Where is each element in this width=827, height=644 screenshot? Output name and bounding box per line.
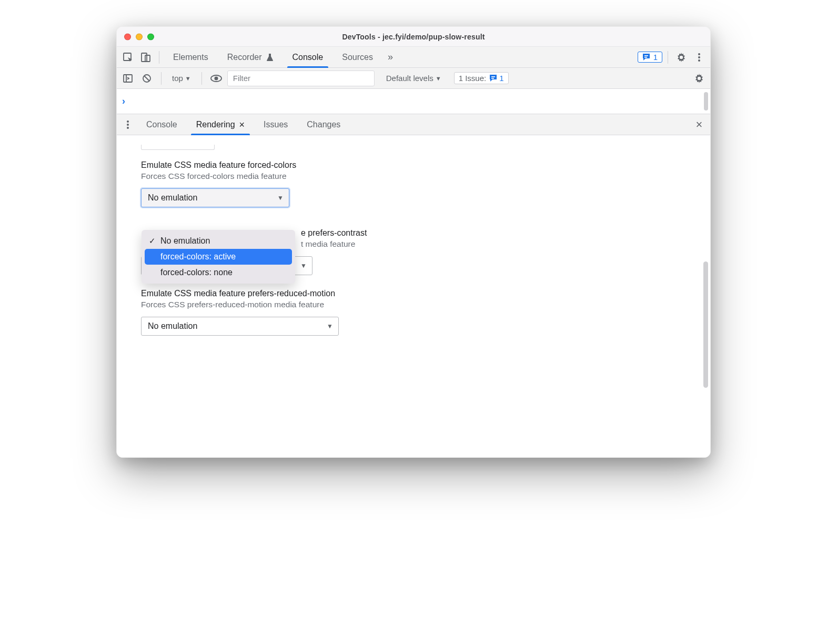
drawer-tab-console[interactable]: Console — [138, 114, 186, 135]
console-input-area[interactable]: › — [117, 89, 710, 114]
section-desc: Forces CSS forced-colors media feature — [141, 172, 686, 181]
issues-summary[interactable]: 1 Issue: 1 — [454, 72, 509, 84]
section-desc: Forces CSS prefers-reduced-motion media … — [141, 300, 686, 309]
window-title: DevTools - jec.fyi/demo/pup-slow-result — [117, 33, 710, 41]
tab-elements[interactable]: Elements — [165, 47, 217, 67]
divider — [668, 51, 668, 64]
tab-label: Recorder — [227, 53, 262, 62]
inspect-element-icon[interactable] — [120, 49, 136, 65]
section-title: Emulate CSS media feature forced-colors — [141, 160, 686, 170]
svg-point-17 — [127, 120, 129, 123]
issues-count: 1 — [499, 74, 503, 83]
tab-sources[interactable]: Sources — [334, 47, 381, 67]
console-sidebar-toggle-icon[interactable] — [120, 71, 136, 86]
svg-rect-2 — [145, 55, 150, 62]
log-levels-selector[interactable]: Default levels ▼ — [382, 71, 446, 86]
drawer-tab-changes[interactable]: Changes — [298, 114, 349, 135]
tab-console[interactable]: Console — [284, 47, 332, 67]
section-title: Emulate CSS media feature prefers-reduce… — [141, 289, 686, 298]
dropdown-option-forced-colors-active[interactable]: forced-colors: active — [145, 249, 292, 265]
devtools-window: DevTools - jec.fyi/demo/pup-slow-result … — [116, 26, 711, 458]
svg-rect-1 — [142, 53, 147, 62]
chevron-down-icon: ▼ — [300, 262, 307, 269]
svg-rect-3 — [644, 55, 648, 56]
dropdown-option-forced-colors-none[interactable]: forced-colors: none — [145, 265, 292, 280]
context-label: top — [172, 74, 183, 83]
rendering-panel: Emulate CSS media feature forced-colors … — [117, 135, 710, 457]
forced-colors-dropdown: No emulation forced-colors: active force… — [142, 230, 295, 284]
svg-point-18 — [127, 124, 129, 126]
settings-icon[interactable] — [673, 49, 689, 65]
partial-previous-control — [141, 145, 215, 150]
chevron-down-icon: ▼ — [277, 194, 284, 202]
drawer-tabbar: Console Rendering × Issues Changes × — [117, 114, 710, 135]
levels-label: Default levels — [386, 74, 433, 83]
dropdown-option-no-emulation[interactable]: No emulation — [145, 233, 292, 249]
window-minimize-button[interactable] — [136, 33, 143, 40]
svg-point-7 — [698, 53, 700, 55]
console-toolbar: top ▼ Default levels ▼ 1 Issue: 1 — [117, 68, 710, 89]
titlebar: DevTools - jec.fyi/demo/pup-slow-result — [117, 27, 710, 47]
issues-label: 1 Issue: — [459, 74, 487, 83]
scrollbar-thumb[interactable] — [704, 92, 708, 110]
tab-close-icon[interactable]: × — [239, 120, 245, 129]
message-icon — [642, 53, 650, 61]
main-tabbar: Elements Recorder Console Sources » 1 — [117, 47, 710, 68]
context-selector[interactable]: top ▼ — [168, 71, 195, 86]
tab-label: Issues — [264, 120, 288, 129]
tab-label: Changes — [307, 120, 340, 129]
filter-input[interactable] — [227, 71, 375, 86]
section-prefers-reduced-motion: Emulate CSS media feature prefers-reduce… — [141, 289, 686, 336]
device-toolbar-icon[interactable] — [138, 49, 154, 65]
drawer-tab-issues[interactable]: Issues — [255, 114, 296, 135]
badge-count: 1 — [653, 53, 658, 62]
forced-colors-select[interactable]: No emulation ▼ — [141, 188, 289, 207]
chevron-down-icon: ▼ — [327, 323, 333, 330]
svg-point-9 — [698, 59, 700, 62]
chevron-down-icon: ▼ — [436, 75, 441, 82]
chevron-down-icon: ▼ — [185, 75, 191, 82]
svg-rect-10 — [124, 75, 132, 82]
close-drawer-icon[interactable]: × — [691, 117, 707, 133]
svg-point-16 — [698, 76, 701, 79]
prefers-reduced-motion-select[interactable]: No emulation ▼ — [141, 317, 339, 336]
tab-label: Console — [293, 53, 324, 62]
divider — [159, 51, 159, 64]
svg-point-19 — [127, 127, 129, 129]
svg-point-13 — [214, 76, 218, 80]
svg-point-8 — [698, 56, 700, 58]
window-close-button[interactable] — [124, 33, 131, 40]
tab-recorder[interactable]: Recorder — [219, 47, 282, 67]
svg-rect-14 — [491, 76, 495, 77]
traffic-lights — [124, 33, 154, 40]
prompt-icon: › — [122, 96, 125, 107]
section-forced-colors: Emulate CSS media feature forced-colors … — [141, 160, 686, 207]
kebab-menu-icon[interactable] — [691, 49, 707, 65]
tab-label: Elements — [173, 53, 208, 62]
tab-label: Console — [146, 120, 177, 129]
scrollbar-thumb[interactable] — [703, 261, 708, 388]
more-tabs-button[interactable]: » — [384, 52, 397, 63]
issues-badge[interactable]: 1 — [638, 52, 662, 63]
select-value: No emulation — [148, 321, 197, 331]
tab-label: Rendering — [196, 120, 235, 129]
svg-rect-4 — [644, 57, 647, 58]
divider — [161, 72, 162, 85]
svg-point-6 — [680, 55, 683, 58]
live-expression-icon[interactable] — [208, 71, 224, 86]
drawer-tab-rendering[interactable]: Rendering × — [188, 114, 253, 135]
tab-label: Sources — [342, 53, 373, 62]
clear-console-icon[interactable] — [139, 71, 155, 86]
select-value: No emulation — [148, 193, 197, 203]
flask-icon — [266, 53, 274, 62]
console-settings-icon[interactable] — [691, 71, 707, 86]
svg-rect-15 — [491, 78, 494, 79]
drawer-kebab-icon[interactable] — [120, 117, 136, 133]
message-icon — [489, 74, 497, 82]
divider — [201, 72, 202, 85]
window-zoom-button[interactable] — [147, 33, 154, 40]
